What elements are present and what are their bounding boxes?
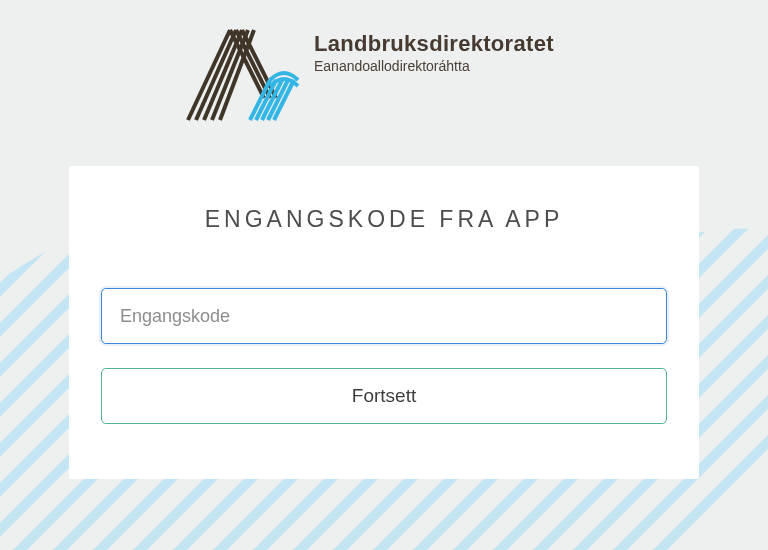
otp-input[interactable] <box>101 288 667 344</box>
header-logo-block: Landbruksdirektoratet Eanandoallodirekto… <box>0 0 768 126</box>
page-heading: ENGANGSKODE FRA APP <box>101 206 667 233</box>
org-name-sami: Eanandoallodirektoráhtta <box>314 58 554 74</box>
logo-mark-icon <box>180 26 300 126</box>
otp-card: ENGANGSKODE FRA APP Fortsett <box>69 166 699 479</box>
continue-button[interactable]: Fortsett <box>101 368 667 424</box>
org-name: Landbruksdirektoratet <box>314 26 554 56</box>
